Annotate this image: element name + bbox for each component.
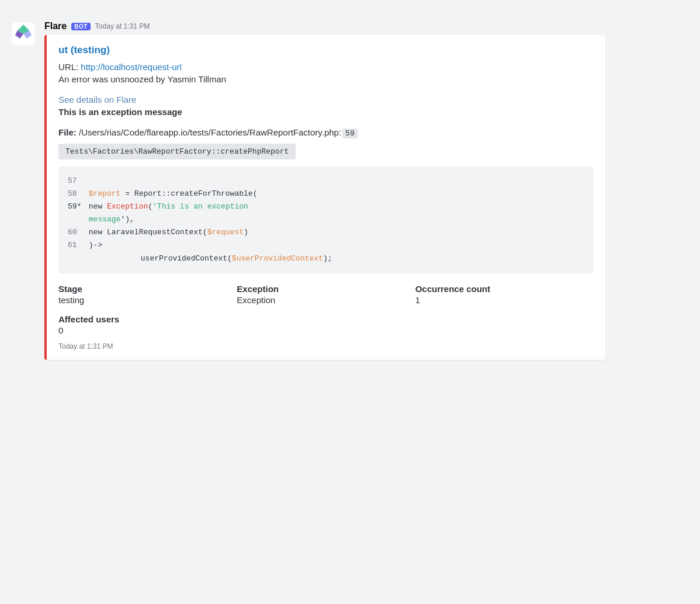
line-num-57: 57: [68, 175, 84, 188]
url-label: URL:: [58, 62, 78, 72]
code-line-59: 59* new Exception('This is an exception: [68, 200, 584, 213]
file-line-number: 59: [342, 129, 358, 138]
code-line-61: 61 )-> userProvidedContext($userProvided…: [68, 239, 584, 265]
meta-exception: Exception Exception: [237, 284, 415, 305]
code-line-57: 57: [68, 175, 584, 188]
line-num-60: 60: [68, 226, 84, 239]
message-content: Flare BOT Today at 1:31 PM ut (testing) …: [44, 21, 688, 360]
stage-label: Stage: [58, 284, 237, 294]
file-path: /Users/rias/Code/flareapp.io/tests/Facto…: [79, 127, 341, 137]
message-card: ut (testing) URL: http://localhost/reque…: [44, 35, 605, 360]
affected-users-section: Affected users 0: [58, 314, 594, 335]
bot-badge: BOT: [71, 23, 91, 30]
code-line-58: 58 $report = Report::createForThrowable(: [68, 188, 584, 200]
sender-name: Flare: [44, 21, 67, 32]
avatar: [12, 22, 35, 47]
meta-grid: Stage testing Exception Exception Occurr…: [58, 284, 594, 305]
affected-users-label: Affected users: [58, 314, 594, 324]
meta-occurrence: Occurrence count 1: [415, 284, 594, 305]
stack-location: Tests\Factories\RawReportFactory::create…: [58, 144, 296, 159]
stage-value: testing: [58, 295, 237, 305]
file-label: File:: [58, 127, 77, 137]
affected-users-value: 0: [58, 325, 594, 335]
card-title: ut (testing): [58, 44, 594, 56]
line-num-59: 59*: [68, 200, 84, 213]
occurrence-value: 1: [415, 295, 594, 305]
message-header: Flare BOT Today at 1:31 PM: [44, 21, 688, 32]
exception-label: Exception: [237, 284, 415, 294]
file-line: File: /Users/rias/Code/flareapp.io/tests…: [58, 127, 594, 138]
exception-message: This is an exception message: [58, 107, 594, 117]
code-block: 57 58 $report = Report::createForThrowab…: [58, 166, 594, 273]
meta-stage: Stage testing: [58, 284, 237, 305]
message-container: Flare BOT Today at 1:31 PM ut (testing) …: [0, 12, 700, 369]
see-details-link[interactable]: See details on Flare: [58, 95, 594, 105]
message-timestamp: Today at 1:31 PM: [95, 22, 150, 30]
error-description: An error was unsnoozed by Yasmin Tillman: [58, 74, 594, 84]
occurrence-label: Occurrence count: [415, 284, 594, 294]
line-num-61: 61: [68, 239, 84, 252]
url-line: URL: http://localhost/request-url: [58, 62, 594, 72]
exception-value: Exception: [237, 295, 415, 305]
card-footer-time: Today at 1:31 PM: [58, 342, 594, 350]
code-line-59-cont: message'),: [68, 213, 584, 226]
line-num-58: 58: [68, 188, 84, 200]
code-line-60: 60 new LaravelRequestContext($request): [68, 226, 584, 239]
url-link[interactable]: http://localhost/request-url: [81, 62, 182, 72]
